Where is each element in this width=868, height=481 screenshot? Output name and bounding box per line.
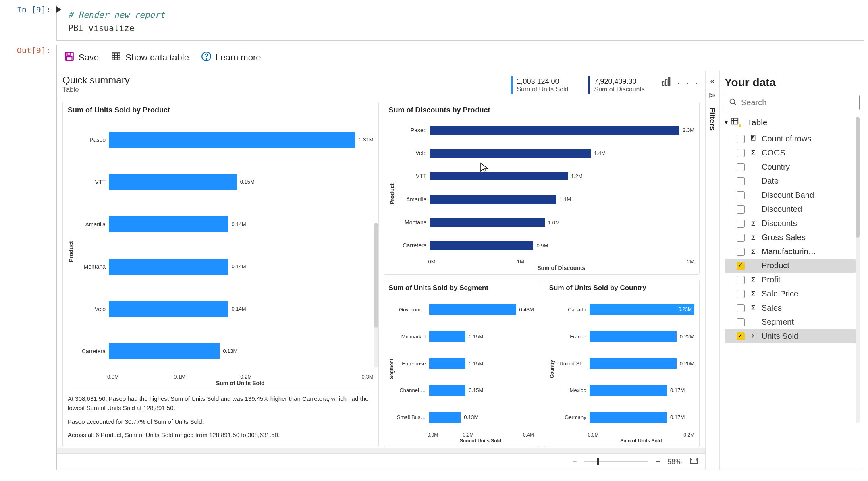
bar[interactable] bbox=[429, 331, 466, 342]
field-row[interactable]: ΣUnits Sold bbox=[725, 329, 860, 343]
field-checkbox[interactable] bbox=[737, 135, 745, 143]
field-checkbox[interactable] bbox=[737, 248, 745, 256]
chart-discounts-by-product[interactable]: Sum of Discounts by Product Product Pase… bbox=[384, 102, 700, 275]
data-search-box[interactable] bbox=[725, 95, 860, 110]
bar-row[interactable]: Small Bus…0.13M bbox=[397, 412, 534, 423]
bar[interactable] bbox=[429, 358, 466, 369]
bar-row[interactable]: Amarilla1.1M bbox=[398, 195, 695, 204]
bar[interactable] bbox=[109, 301, 228, 317]
bar[interactable] bbox=[590, 412, 667, 423]
chart-units-by-product[interactable]: Sum of Units Sold by Product Product Pas… bbox=[62, 102, 379, 447]
visual-options-icon[interactable] bbox=[661, 76, 672, 89]
field-row[interactable]: ΣProfit bbox=[725, 273, 860, 287]
field-checkbox[interactable] bbox=[737, 332, 745, 340]
bar-row[interactable]: Enterprise0.15M bbox=[397, 358, 534, 369]
filters-label[interactable]: Filters bbox=[708, 108, 717, 131]
bar-row[interactable]: VTT1.2M bbox=[398, 172, 695, 180]
field-checkbox[interactable] bbox=[737, 262, 745, 270]
bar[interactable] bbox=[429, 412, 461, 423]
more-options-icon[interactable]: · · · bbox=[677, 77, 700, 89]
bar[interactable] bbox=[590, 385, 667, 396]
bar[interactable]: 0.23M bbox=[590, 304, 694, 315]
canvas-horizontal-scrollbar[interactable] bbox=[57, 448, 705, 453]
bar-row[interactable]: Midmarket0.15M bbox=[397, 331, 534, 342]
bar[interactable] bbox=[430, 172, 568, 180]
field-checkbox[interactable] bbox=[737, 276, 745, 284]
bar-row[interactable]: Canada0.23M bbox=[557, 304, 694, 315]
bar[interactable] bbox=[109, 259, 228, 275]
field-checkbox[interactable] bbox=[737, 318, 745, 326]
bar[interactable] bbox=[430, 126, 680, 135]
learn-more-button[interactable]: Learn more bbox=[201, 51, 261, 64]
field-row[interactable]: ·Date bbox=[725, 174, 860, 188]
field-checkbox[interactable] bbox=[737, 163, 745, 171]
bar-row[interactable]: Velo0.14M bbox=[77, 301, 374, 317]
field-checkbox[interactable] bbox=[737, 290, 745, 298]
field-checkbox[interactable] bbox=[737, 191, 745, 199]
bar-row[interactable]: France0.22M bbox=[557, 331, 694, 342]
collapse-filters-icon[interactable]: « bbox=[710, 76, 714, 85]
bar-row[interactable]: Mexico0.17M bbox=[557, 385, 694, 396]
field-row[interactable]: ΣSale Price bbox=[725, 287, 860, 301]
fit-to-page-icon[interactable] bbox=[689, 456, 699, 468]
bar[interactable] bbox=[109, 174, 237, 190]
bar-row[interactable]: Velo1.4M bbox=[398, 149, 695, 158]
bar-row[interactable]: Governm…0.43M bbox=[397, 304, 534, 315]
panel-scrollbar-thumb[interactable] bbox=[374, 223, 378, 328]
field-row[interactable]: ·Discounted bbox=[725, 202, 860, 216]
field-row[interactable]: ·Product bbox=[725, 259, 860, 273]
chart-units-by-segment[interactable]: Sum of Units Sold by Segment Segment Gov… bbox=[384, 280, 539, 447]
chart-units-by-country[interactable]: Sum of Units Sold by Country Country Can… bbox=[544, 280, 700, 447]
field-row[interactable]: ·Discount Band bbox=[725, 188, 860, 202]
bar[interactable] bbox=[430, 195, 557, 204]
search-input[interactable] bbox=[740, 97, 855, 108]
field-row[interactable]: ΣGross Sales bbox=[725, 230, 860, 245]
bar-row[interactable]: United St…0.20M bbox=[557, 358, 694, 369]
tree-table-header[interactable]: ▾ ● Table bbox=[725, 117, 860, 128]
field-checkbox[interactable] bbox=[737, 149, 745, 157]
field-checkbox[interactable] bbox=[737, 304, 745, 312]
zoom-in-button[interactable]: + bbox=[656, 458, 660, 466]
zoom-out-button[interactable]: − bbox=[573, 458, 577, 466]
tree-scrollbar-thumb[interactable] bbox=[856, 117, 860, 238]
bar[interactable] bbox=[590, 358, 677, 369]
field-row[interactable]: ΣSales bbox=[725, 301, 860, 315]
field-checkbox[interactable] bbox=[737, 177, 745, 185]
bar-row[interactable]: VTT0.15M bbox=[77, 174, 374, 190]
field-row[interactable]: ΣCOGS bbox=[725, 146, 860, 160]
bar-row[interactable]: Carretera0.13M bbox=[77, 343, 374, 359]
bar[interactable] bbox=[430, 241, 534, 250]
bar-row[interactable]: Montana0.14M bbox=[77, 259, 374, 275]
bar-row[interactable]: Montana1.0M bbox=[398, 218, 695, 227]
kpi-units-sold[interactable]: 1,003,124.00 Sum of Units Sold bbox=[511, 76, 568, 94]
bar[interactable] bbox=[109, 132, 355, 148]
bar-row[interactable]: Carretera0.9M bbox=[398, 241, 695, 250]
bar[interactable] bbox=[429, 304, 516, 315]
field-checkbox[interactable] bbox=[737, 205, 745, 214]
bar-row[interactable]: Channel …0.15M bbox=[397, 385, 534, 396]
field-row[interactable]: ·Country bbox=[725, 160, 860, 174]
code-cell[interactable]: # Render new report PBI_visualize bbox=[56, 5, 864, 41]
bar-row[interactable]: Amarilla0.14M bbox=[77, 216, 374, 232]
bar[interactable] bbox=[430, 149, 591, 158]
run-cell-icon[interactable] bbox=[55, 6, 63, 16]
bar[interactable] bbox=[429, 385, 466, 396]
field-row[interactable]: Count of rows bbox=[725, 132, 860, 146]
field-row[interactable]: ·Segment bbox=[725, 315, 860, 329]
bar-row[interactable]: Paseo2.3M bbox=[398, 126, 695, 135]
pin-icon[interactable] bbox=[709, 92, 716, 101]
field-checkbox[interactable] bbox=[737, 234, 745, 242]
bar-row[interactable]: Germany0.17M bbox=[557, 412, 694, 423]
save-button[interactable]: Save bbox=[64, 51, 99, 64]
zoom-slider[interactable] bbox=[584, 461, 648, 462]
bar[interactable] bbox=[430, 218, 545, 227]
bar[interactable] bbox=[109, 216, 228, 232]
field-row[interactable]: ΣDiscounts bbox=[725, 216, 860, 230]
field-checkbox[interactable] bbox=[737, 220, 745, 228]
report-canvas[interactable]: Quick summary Table 1,003,124.00 Sum of … bbox=[57, 70, 705, 448]
zoom-slider-thumb[interactable] bbox=[597, 458, 599, 465]
field-row[interactable]: ΣManufacturin… bbox=[725, 245, 860, 259]
kpi-discounts[interactable]: 7,920,409.30 Sum of Discounts bbox=[588, 76, 644, 94]
show-data-table-button[interactable]: Show data table bbox=[111, 51, 189, 64]
bar[interactable] bbox=[109, 343, 220, 359]
